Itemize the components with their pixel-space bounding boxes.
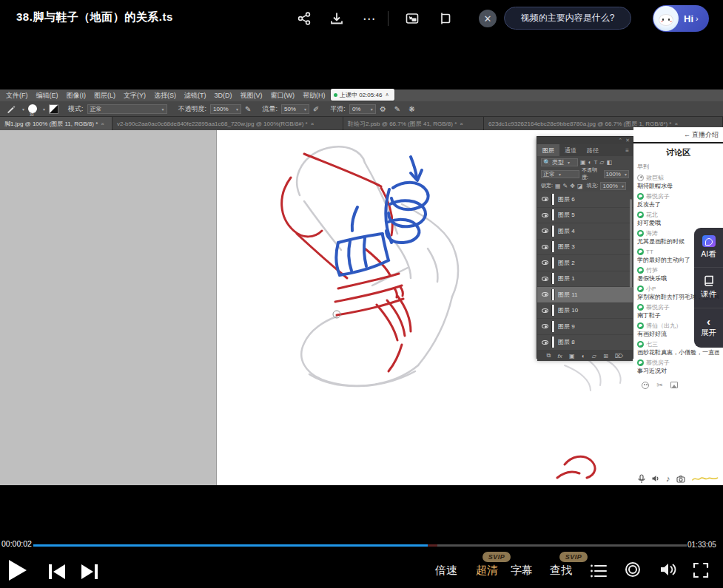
layer-row[interactable]: 图层 4 [537, 223, 633, 240]
layer-row[interactable]: 图层 6 [537, 192, 633, 208]
layer-filter-select[interactable]: 🔍 类型▾ [541, 158, 578, 166]
tab-close-icon[interactable]: × [674, 121, 678, 127]
visibility-eye-icon[interactable] [542, 197, 548, 201]
courseware-button[interactable]: 课件 [694, 268, 723, 308]
pressure-opacity-icon[interactable]: ✎ [245, 105, 251, 113]
layer-row[interactable]: 图层 1 [537, 271, 633, 288]
more-options-icon[interactable]: ⋯ [360, 9, 379, 28]
fullscreen-icon[interactable] [693, 562, 709, 578]
play-button[interactable] [9, 560, 27, 581]
layer-thumbnail[interactable] [552, 337, 554, 348]
pressure-size-icon[interactable]: ✎ [394, 105, 400, 113]
layer-thumbnail[interactable] [552, 289, 554, 300]
tab-close-icon[interactable]: × [460, 121, 463, 127]
lock-position-icon[interactable]: ✥ [570, 183, 575, 189]
microphone-icon[interactable] [638, 474, 645, 484]
volume-icon[interactable] [659, 561, 677, 578]
layer-opacity-select[interactable]: 100%▾ [604, 170, 629, 178]
layer-row[interactable]: 图层 10 [537, 303, 633, 320]
lock-all-icon[interactable]: ◪ [577, 183, 583, 189]
layer-group-icon[interactable]: ▱ [592, 353, 596, 359]
next-button[interactable] [80, 563, 99, 581]
share-icon[interactable] [295, 9, 314, 28]
previous-button[interactable] [47, 563, 67, 581]
visibility-eye-icon[interactable] [542, 340, 548, 345]
layer-thumbnail[interactable] [552, 305, 554, 316]
menu-3d[interactable]: 3D(D) [215, 92, 232, 99]
class-timer-widget[interactable]: 上课中 02:05:46 ∧ [331, 89, 394, 101]
find-button[interactable]: 查找 [550, 564, 572, 578]
opacity-select[interactable]: 100%▾ [210, 104, 241, 114]
layer-thumbnail[interactable] [552, 226, 554, 237]
menu-select[interactable]: 选择(S) [154, 91, 176, 101]
picture-in-picture-icon[interactable] [403, 9, 422, 28]
menu-layer[interactable]: 图层(L) [94, 91, 115, 101]
record-screen-icon[interactable] [625, 562, 640, 577]
menu-view[interactable]: 视图(V) [241, 91, 263, 101]
image-upload-icon[interactable] [670, 382, 678, 388]
quality-button[interactable]: 超清 [476, 564, 498, 578]
expand-button[interactable]: ‹ 展开 [694, 308, 723, 348]
playlist-icon[interactable] [590, 564, 608, 578]
camera-icon[interactable] [676, 475, 685, 483]
layer-thumbnail[interactable] [552, 209, 554, 220]
blend-mode-select[interactable]: 正常▾ [87, 104, 167, 114]
filter-shape-icon[interactable]: ▱ [599, 159, 604, 166]
menu-file[interactable]: 文件(F) [6, 91, 28, 101]
visibility-eye-icon[interactable] [542, 292, 548, 297]
menu-help[interactable]: 帮助(H) [303, 91, 326, 101]
airbrush-icon[interactable]: ✐ [313, 105, 319, 113]
link-layers-icon[interactable]: ⧉ [547, 352, 551, 359]
new-layer-icon[interactable]: ⊞ [603, 353, 608, 359]
download-icon[interactable] [327, 9, 346, 28]
menu-edit[interactable]: 编辑(E) [36, 91, 58, 101]
menu-filter[interactable]: 滤镜(T) [184, 91, 206, 101]
layer-style-fx-icon[interactable]: fx [558, 353, 562, 359]
filter-smart-icon[interactable]: ◧ [606, 159, 612, 166]
menu-type[interactable]: 文字(Y) [124, 91, 146, 101]
layer-row[interactable]: 图层 9 [537, 319, 633, 335]
layer-fill-select[interactable]: 100%▾ [600, 182, 625, 190]
panel-collapse-icon[interactable]: ⌃ [618, 138, 622, 143]
layer-row[interactable]: 图层 8 [537, 335, 633, 351]
smoothing-select[interactable]: 0%▾ [349, 104, 376, 114]
filter-adjustment-icon[interactable]: ◐ [588, 159, 592, 166]
panel-menu-icon[interactable]: ≡ [625, 144, 633, 156]
brush-size-caret[interactable]: ▾ [43, 107, 45, 112]
menu-image[interactable]: 图像(I) [67, 91, 87, 101]
assistant-hi-button[interactable]: Hi › [653, 5, 709, 32]
subtitles-button[interactable]: 字幕 [511, 564, 533, 578]
progress-bar[interactable] [33, 544, 687, 547]
filter-pixel-icon[interactable]: ▣ [580, 159, 586, 166]
close-assistant-icon[interactable]: ✕ [479, 10, 497, 27]
layer-thumbnail[interactable] [552, 257, 554, 268]
brush-panel-toggle-icon[interactable] [49, 104, 58, 114]
layer-thumbnail[interactable] [552, 241, 554, 252]
flow-select[interactable]: 50%▾ [281, 104, 309, 114]
channels-tab[interactable]: 通道 [559, 144, 582, 156]
lock-transparency-icon[interactable]: ▦ [555, 183, 561, 189]
delete-layer-icon[interactable]: ⌦ [615, 353, 623, 359]
live-intro-link[interactable]: 直播介绍 [692, 130, 719, 140]
ai-question-input[interactable]: 视频的主要内容是什么? [504, 7, 631, 30]
layer-mask-icon[interactable]: ▣ [569, 353, 575, 359]
panel-close-icon[interactable]: ✕ [625, 138, 630, 143]
visibility-eye-icon[interactable] [542, 260, 548, 265]
doc-tab[interactable]: v2-b90c2aa0ac0c68de840fe22895aa1c68_720w… [112, 117, 343, 130]
speaker-icon[interactable] [651, 474, 660, 483]
tab-close-icon[interactable]: × [101, 121, 104, 127]
brush-tool-icon[interactable] [6, 104, 16, 114]
brush-preset-picker[interactable]: 30 [28, 104, 37, 113]
visibility-eye-icon[interactable] [542, 245, 548, 249]
layers-tab[interactable]: 图层 [537, 144, 559, 156]
scissors-icon[interactable]: ✂ [656, 381, 664, 389]
layer-row[interactable]: 图层 3 [537, 240, 633, 256]
lock-pixels-icon[interactable]: ✎ [563, 183, 568, 189]
visibility-eye-icon[interactable] [542, 213, 548, 217]
visibility-eye-icon[interactable] [542, 277, 548, 281]
paths-tab[interactable]: 路径 [582, 144, 604, 156]
visibility-eye-icon[interactable] [542, 308, 548, 313]
visibility-eye-icon[interactable] [542, 229, 548, 233]
doc-tab-active[interactable]: 脚1.jpg @ 100% (图层 11, RGB/8) *× [0, 117, 112, 130]
filter-type-icon[interactable]: T [593, 159, 597, 166]
